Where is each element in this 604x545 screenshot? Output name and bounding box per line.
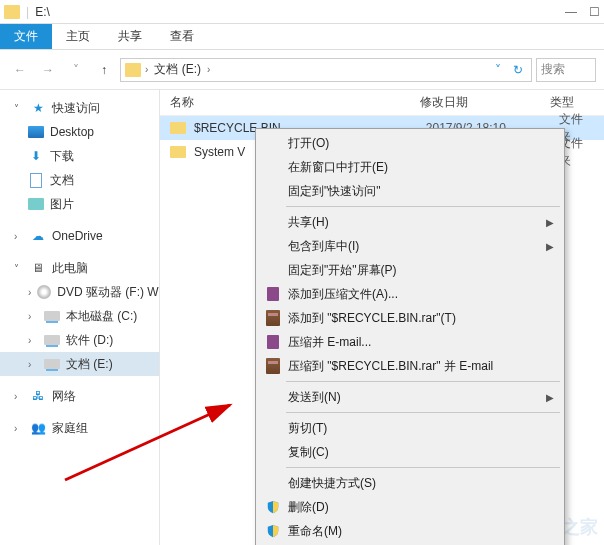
sidebar-label: 文档 [50,172,74,189]
star-icon: ★ [30,100,46,116]
menu-compress-rar-email[interactable]: 压缩到 "$RECYCLE.BIN.rar" 并 E-mail [258,354,562,378]
tab-view[interactable]: 查看 [156,24,208,49]
sidebar-item-onedrive[interactable]: ›☁OneDrive [0,224,159,248]
sidebar-label: 快速访问 [52,100,100,117]
sidebar-label: 家庭组 [52,420,88,437]
homegroup-icon: 👥 [30,420,46,436]
sidebar-item-documents[interactable]: 文档 [0,168,159,192]
chevron-right-icon[interactable]: › [207,64,210,75]
rar-icon [266,358,280,374]
menu-cut[interactable]: 剪切(T) [258,416,562,440]
download-icon: ⬇ [28,148,44,164]
menu-separator [286,206,560,207]
desktop-icon [28,126,44,138]
sidebar-label: 图片 [50,196,74,213]
nav-history-button[interactable]: ˅ [64,58,88,82]
dvd-icon [37,285,51,299]
sidebar-label: OneDrive [52,229,103,243]
column-date[interactable]: 修改日期 [410,94,540,111]
sidebar-label: DVD 驱动器 (F:) WIN [57,284,160,301]
sidebar-item-network[interactable]: ›🖧网络 [0,384,159,408]
breadcrumb-root[interactable]: 文档 (E:) [152,61,203,78]
chevron-right-icon: ▶ [546,392,554,403]
maximize-button[interactable]: ☐ [589,5,600,19]
sidebar-item-downloads[interactable]: ⬇下载 [0,144,159,168]
menu-compress-email[interactable]: 压缩并 E-mail... [258,330,562,354]
nav-forward-button[interactable]: → [36,58,60,82]
folder-icon [170,146,186,158]
sidebar-label: 软件 (D:) [66,332,113,349]
menu-share[interactable]: 共享(H)▶ [258,210,562,234]
address-bar[interactable]: › 文档 (E:) › ˅ ↻ [120,58,532,82]
tab-share[interactable]: 共享 [104,24,156,49]
nav-back-button[interactable]: ← [8,58,32,82]
menu-pin-start[interactable]: 固定到"开始"屏幕(P) [258,258,562,282]
titlebar-separator: | [26,5,29,19]
menu-pin-quick-access[interactable]: 固定到"快速访问" [258,179,562,203]
menu-open-new-window[interactable]: 在新窗口中打开(E) [258,155,562,179]
network-icon: 🖧 [30,388,46,404]
cloud-icon: ☁ [30,228,46,244]
menu-include-library[interactable]: 包含到库中(I)▶ [258,234,562,258]
sidebar-label: 此电脑 [52,260,88,277]
sidebar: ˅★快速访问 Desktop ⬇下载 文档 图片 ›☁OneDrive ˅🖥此电… [0,90,160,545]
titlebar-folder-icon [4,5,20,19]
menu-create-shortcut[interactable]: 创建快捷方式(S) [258,471,562,495]
drive-icon [44,311,60,321]
sidebar-item-pictures[interactable]: 图片 [0,192,159,216]
sidebar-label: 文档 (E:) [66,356,113,373]
sidebar-item-homegroup[interactable]: ›👥家庭组 [0,416,159,440]
menu-separator [286,412,560,413]
address-dropdown-icon[interactable]: ˅ [491,63,505,77]
sidebar-item-software-d[interactable]: ›软件 (D:) [0,328,159,352]
rar-icon [267,287,279,301]
sidebar-label: 本地磁盘 (C:) [66,308,137,325]
window-title: E:\ [35,5,50,19]
menu-add-archive[interactable]: 添加到压缩文件(A)... [258,282,562,306]
menu-rename[interactable]: 重命名(M) [258,519,562,543]
sidebar-item-desktop[interactable]: Desktop [0,120,159,144]
chevron-right-icon[interactable]: › [145,64,148,75]
tab-home[interactable]: 主页 [52,24,104,49]
pc-icon: 🖥 [30,260,46,276]
menu-add-rar[interactable]: 添加到 "$RECYCLE.BIN.rar"(T) [258,306,562,330]
breadcrumb-folder-icon [125,63,141,77]
sidebar-item-quick-access[interactable]: ˅★快速访问 [0,96,159,120]
rar-icon [267,335,279,349]
sidebar-item-dvd[interactable]: ›DVD 驱动器 (F:) WIN [0,280,159,304]
refresh-icon[interactable]: ↻ [509,63,527,77]
column-type[interactable]: 类型 [540,94,604,111]
menu-open[interactable]: 打开(O) [258,131,562,155]
sidebar-item-documents-e[interactable]: ›文档 (E:) [0,352,159,376]
drive-icon [44,335,60,345]
menu-send-to[interactable]: 发送到(N)▶ [258,385,562,409]
search-input[interactable]: 搜索 [536,58,596,82]
chevron-right-icon: ▶ [546,241,554,252]
drive-icon [44,359,60,369]
shield-icon [264,522,282,540]
sidebar-label: 下载 [50,148,74,165]
sidebar-item-localdisk-c[interactable]: ›本地磁盘 (C:) [0,304,159,328]
column-headers: 名称 修改日期 类型 [160,90,604,116]
tab-file[interactable]: 文件 [0,24,52,49]
menu-separator [286,467,560,468]
chevron-right-icon: ▶ [546,217,554,228]
sidebar-label: Desktop [50,125,94,139]
menu-copy[interactable]: 复制(C) [258,440,562,464]
nav-up-button[interactable]: ↑ [92,58,116,82]
sidebar-label: 网络 [52,388,76,405]
column-name[interactable]: 名称 [160,94,410,111]
sidebar-item-this-pc[interactable]: ˅🖥此电脑 [0,256,159,280]
rar-icon [266,310,280,326]
minimize-button[interactable]: — [565,5,577,19]
pictures-icon [28,198,44,210]
folder-icon [170,122,186,134]
document-icon [30,173,42,188]
menu-delete[interactable]: 删除(D) [258,495,562,519]
menu-separator [286,381,560,382]
context-menu: 打开(O) 在新窗口中打开(E) 固定到"快速访问" 共享(H)▶ 包含到库中(… [255,128,565,545]
shield-icon [264,498,282,516]
